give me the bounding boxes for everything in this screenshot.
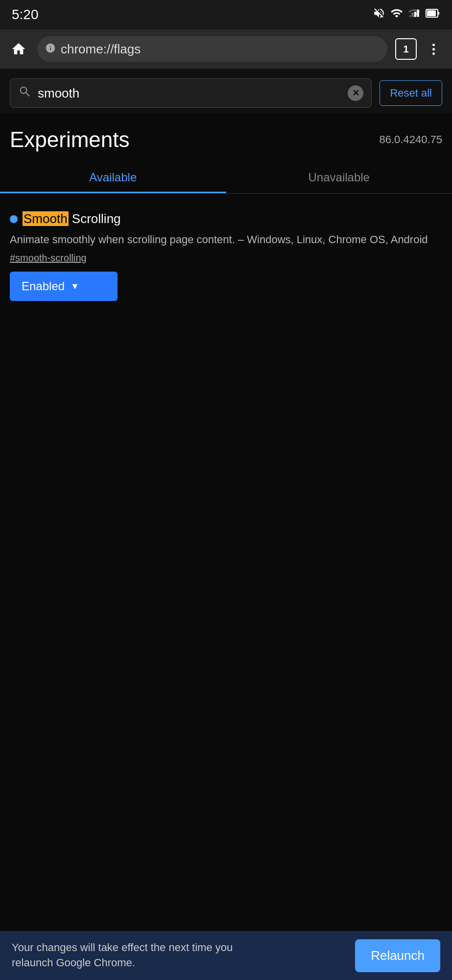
toolbar-right: 1 [395,38,444,60]
highlight-text: Smooth [23,211,69,226]
clear-search-button[interactable]: ✕ [348,85,363,101]
tabs-row: Available Unavailable [0,162,452,194]
relaunch-button[interactable]: Relaunch [355,939,440,972]
experiment-description: Animate smoothly when scrolling page con… [10,231,442,248]
svg-rect-0 [417,9,419,17]
search-box[interactable]: ✕ [10,78,372,108]
svg-rect-3 [409,15,411,17]
svg-rect-6 [438,12,439,15]
enabled-dropdown[interactable]: Enabled ▼ [10,272,118,301]
tab-unavailable[interactable]: Unavailable [226,162,452,193]
svg-rect-5 [427,10,436,16]
page-content: ✕ Reset all Experiments 86.0.4240.75 Ava… [0,69,452,931]
name-suffix: Scrolling [72,211,121,226]
tab-available[interactable]: Available [0,162,226,193]
bottom-message: Your changes will take effect the next t… [12,940,257,971]
tab-count-button[interactable]: 1 [395,38,417,60]
svg-rect-2 [412,14,414,17]
status-time: 5:20 [12,7,39,23]
svg-rect-1 [414,12,416,17]
experiment-list: Smooth Scrolling Animate smoothly when s… [0,194,452,319]
info-icon [45,43,56,56]
experiment-link[interactable]: #smooth-scrolling [10,252,442,264]
dot2 [432,48,435,50]
signal-icon [408,7,421,23]
reset-all-button[interactable]: Reset all [380,80,442,106]
dot1 [432,44,435,46]
address-bar[interactable]: chrome://flags [37,36,387,62]
search-icon [18,85,32,101]
battery-icon [426,7,440,23]
browser-toolbar: chrome://flags 1 [0,29,452,69]
experiment-name: Smooth Scrolling [23,211,121,226]
smooth-scrolling-item: Smooth Scrolling Animate smoothly when s… [10,203,442,309]
home-button[interactable] [8,38,29,60]
status-icons [373,7,440,23]
dot3 [432,52,435,55]
bottom-bar: Your changes will take effect the next t… [0,931,452,980]
enabled-dot [10,215,18,223]
mute-icon [373,7,385,23]
experiments-header: Experiments 86.0.4240.75 [0,113,452,162]
experiments-title: Experiments [10,127,130,152]
search-area: ✕ Reset all [0,69,452,113]
dropdown-label: Enabled [22,279,65,293]
search-input[interactable] [38,86,342,101]
status-bar: 5:20 [0,0,452,29]
version-text: 86.0.4240.75 [380,133,442,146]
dropdown-arrow-icon: ▼ [71,281,79,292]
experiment-title-row: Smooth Scrolling [10,211,442,226]
address-text: chrome://flags [61,42,380,57]
more-menu-button[interactable] [423,38,444,60]
wifi-icon [390,7,403,23]
